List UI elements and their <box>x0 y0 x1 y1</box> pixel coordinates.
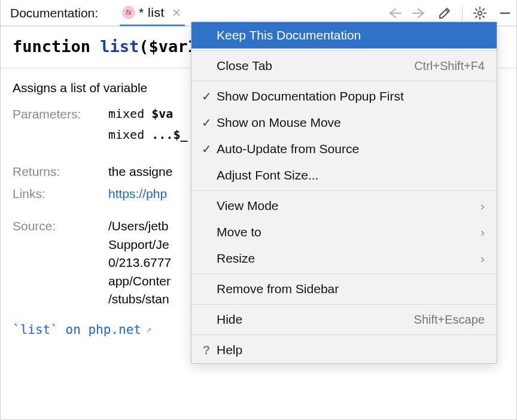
menu-close-tab[interactable]: Close Tab Ctrl+Shift+F4 <box>191 53 497 79</box>
close-tab-icon[interactable] <box>172 8 181 17</box>
menu-auto-update[interactable]: ✓ Auto-Update from Source <box>191 136 497 162</box>
menu-remove-sidebar[interactable]: Remove from Sidebar <box>191 276 497 302</box>
chevron-right-icon: › <box>475 199 485 213</box>
menu-separator <box>191 50 497 51</box>
edit-icon[interactable] <box>437 5 452 21</box>
doc-link[interactable]: https://php <box>108 187 167 200</box>
menu-separator <box>191 81 497 81</box>
menu-adjust-font[interactable]: Adjust Font Size... <box>191 162 497 188</box>
menu-help[interactable]: ? Help <box>191 337 497 363</box>
menu-separator <box>191 334 497 335</box>
gear-icon[interactable] <box>472 5 488 21</box>
menu-show-on-mouse[interactable]: ✓ Show on Mouse Move <box>191 109 497 136</box>
tab-title: * list <box>139 5 165 20</box>
function-icon: fx <box>122 6 135 19</box>
menu-separator <box>191 304 497 305</box>
menu-show-popup-first[interactable]: ✓ Show Documentation Popup First <box>191 83 497 109</box>
minimize-icon[interactable] <box>497 5 513 21</box>
nav-forward-icon[interactable] <box>412 5 427 21</box>
doc-tab[interactable]: fx * list <box>120 1 185 26</box>
menu-move-to[interactable]: Move to › <box>191 219 497 245</box>
returns-label: Returns: <box>13 163 108 181</box>
chevron-right-icon: › <box>475 252 485 266</box>
header-actions <box>387 5 513 21</box>
source-label: Source: <box>13 217 108 308</box>
menu-keep-doc[interactable]: Keep This Documentation <box>191 22 497 48</box>
external-link-icon: ↗ <box>146 322 152 336</box>
chevron-right-icon: › <box>475 226 485 239</box>
params-label: Parameters: <box>13 105 108 144</box>
panel-title: Documentation: <box>10 6 98 20</box>
menu-resize[interactable]: Resize › <box>191 245 497 272</box>
documentation-panel: Documentation: fx * list <box>0 0 517 420</box>
external-link[interactable]: `list` on php.net ↗ <box>13 321 152 339</box>
separator <box>462 5 463 21</box>
help-icon: ? <box>197 343 215 357</box>
nav-back-icon[interactable] <box>387 5 402 21</box>
menu-separator <box>191 190 497 191</box>
menu-view-mode[interactable]: View Mode › <box>191 193 497 219</box>
context-menu: Keep This Documentation Close Tab Ctrl+S… <box>191 22 497 364</box>
menu-hide[interactable]: Hide Shift+Escape <box>191 306 497 333</box>
links-label: Links: <box>13 185 108 203</box>
svg-point-0 <box>478 11 482 14</box>
menu-separator <box>191 273 497 274</box>
